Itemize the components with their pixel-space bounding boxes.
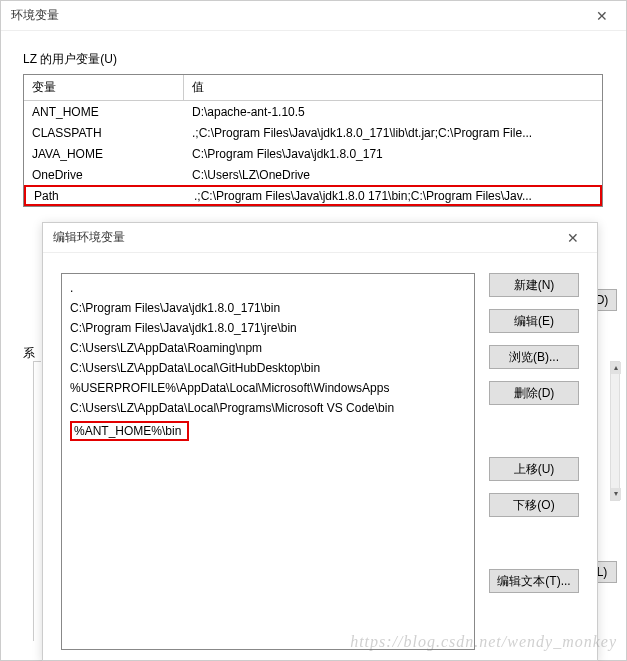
user-vars-label: LZ 的用户变量(U) xyxy=(23,51,626,68)
child-title: 编辑环境变量 xyxy=(53,229,125,246)
new-button[interactable]: 新建(N) xyxy=(489,273,579,297)
delete-button[interactable]: 删除(D) xyxy=(489,381,579,405)
table-row[interactable]: ANT_HOMED:\apache-ant-1.10.5 xyxy=(24,101,602,122)
var-name: ANT_HOME xyxy=(24,101,184,123)
list-item[interactable]: C:\Users\LZ\AppData\Roaming\npm xyxy=(68,338,468,358)
edit-env-var-window: 编辑环境变量 ✕ .C:\Program Files\Java\jdk1.8.0… xyxy=(42,222,598,661)
list-item[interactable]: . xyxy=(68,278,468,298)
edit-text-button[interactable]: 编辑文本(T)... xyxy=(489,569,579,593)
var-value: .;C:\Program Files\Java\jdk1.8.0 171\bin… xyxy=(186,185,600,207)
table-row[interactable]: Path.;C:\Program Files\Java\jdk1.8.0 171… xyxy=(24,185,602,206)
list-item[interactable]: C:\Program Files\Java\jdk1.8.0_171\jre\b… xyxy=(68,318,468,338)
parent-titlebar: 环境变量 ✕ xyxy=(1,1,626,31)
child-body: .C:\Program Files\Java\jdk1.8.0_171\binC… xyxy=(43,253,597,660)
user-vars-table[interactable]: 变量 值 ANT_HOMED:\apache-ant-1.10.5CLASSPA… xyxy=(23,74,603,207)
scroll-down-icon[interactable]: ▾ xyxy=(611,488,621,500)
close-icon[interactable]: ✕ xyxy=(557,224,589,252)
var-name: JAVA_HOME xyxy=(24,143,184,165)
parent-title: 环境变量 xyxy=(11,7,59,24)
scroll-up-icon[interactable]: ▴ xyxy=(611,362,621,374)
edit-button[interactable]: 编辑(E) xyxy=(489,309,579,333)
move-down-button[interactable]: 下移(O) xyxy=(489,493,579,517)
browse-button[interactable]: 浏览(B)... xyxy=(489,345,579,369)
col-value-header[interactable]: 值 xyxy=(184,75,602,100)
system-vars-box-edge xyxy=(33,361,41,641)
path-list[interactable]: .C:\Program Files\Java\jdk1.8.0_171\binC… xyxy=(61,273,475,650)
table-row[interactable]: CLASSPATH.;C:\Program Files\Java\jdk1.8.… xyxy=(24,122,602,143)
col-name-header[interactable]: 变量 xyxy=(24,75,184,100)
var-name: OneDrive xyxy=(24,164,184,186)
list-item[interactable]: C:\Users\LZ\AppData\Local\Programs\Micro… xyxy=(68,398,468,418)
close-icon[interactable]: ✕ xyxy=(586,2,618,30)
var-name: Path xyxy=(26,185,186,207)
list-item[interactable]: C:\Program Files\Java\jdk1.8.0_171\bin xyxy=(68,298,468,318)
button-column: 新建(N) 编辑(E) 浏览(B)... 删除(D) 上移(U) 下移(O) 编… xyxy=(489,273,579,650)
table-row[interactable]: OneDriveC:\Users\LZ\OneDrive xyxy=(24,164,602,185)
list-item[interactable]: %ANT_HOME%\bin xyxy=(68,418,468,444)
var-value: C:\Users\LZ\OneDrive xyxy=(184,164,602,186)
var-name: CLASSPATH xyxy=(24,122,184,144)
list-item[interactable]: C:\Users\LZ\AppData\Local\GitHubDesktop\… xyxy=(68,358,468,378)
table-row[interactable]: JAVA_HOMEC:\Program Files\Java\jdk1.8.0_… xyxy=(24,143,602,164)
highlighted-path: %ANT_HOME%\bin xyxy=(70,421,189,441)
scrollbar[interactable]: ▴ ▾ xyxy=(610,361,620,501)
move-up-button[interactable]: 上移(U) xyxy=(489,457,579,481)
child-titlebar: 编辑环境变量 ✕ xyxy=(43,223,597,253)
system-vars-label: 系 xyxy=(23,345,35,362)
var-value: D:\apache-ant-1.10.5 xyxy=(184,101,602,123)
var-value: C:\Program Files\Java\jdk1.8.0_171 xyxy=(184,143,602,165)
table-header: 变量 值 xyxy=(24,75,602,101)
var-value: .;C:\Program Files\Java\jdk1.8.0_171\lib… xyxy=(184,122,602,144)
list-item[interactable]: %USERPROFILE%\AppData\Local\Microsoft\Wi… xyxy=(68,378,468,398)
